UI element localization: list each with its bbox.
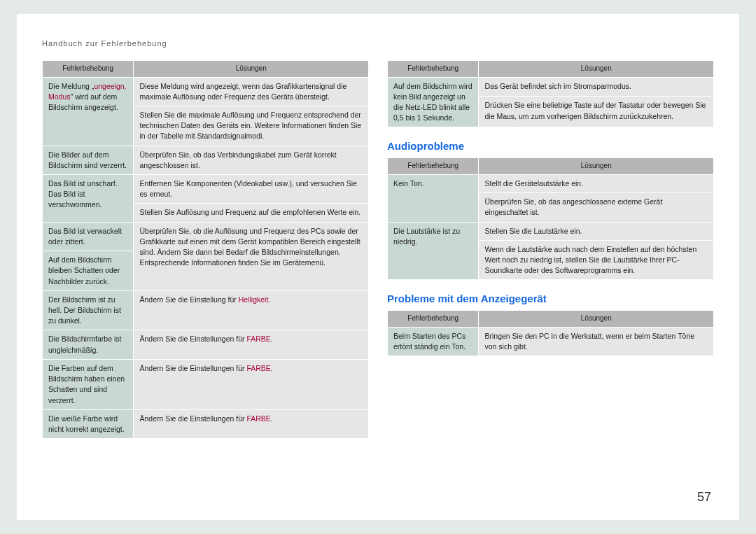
table-cell: Stellen Sie die Lautstärke ein. (479, 222, 714, 240)
display-device-table: Fehlerbehebung Lösungen Beim Starten des… (387, 310, 714, 356)
table-cell: Die Meldung „ungeeign. Modus" wird auf d… (43, 77, 134, 146)
troubleshoot-table-right-top: Fehlerbehebung Lösungen Auf dem Bildschi… (387, 60, 714, 127)
table-cell: Auf dem Bildschirm wird kein Bild angeze… (388, 77, 479, 127)
table-cell: Drücken Sie eine beliebige Taste auf der… (479, 97, 714, 127)
th-solution: Lösungen (479, 158, 714, 175)
table-cell: Entfernen Sie Komponenten (Videokabel us… (134, 175, 369, 204)
columns: Fehlerbehebung Lösungen Die Meldung „ung… (42, 60, 714, 439)
table-cell: Stellen Sie die maximale Auflösung und F… (134, 106, 369, 146)
table-cell: Die Lautstärke ist zu niedrig. (388, 222, 479, 280)
table-cell: Die weiße Farbe wird nicht korrekt angez… (43, 409, 134, 438)
section-heading-audio: Audioprobleme (387, 140, 714, 152)
highlight-text: FARBE (246, 414, 270, 423)
audio-table: Fehlerbehebung Lösungen Kein Ton. Stellt… (387, 157, 714, 280)
troubleshoot-table-left: Fehlerbehebung Lösungen Die Meldung „ung… (42, 60, 369, 439)
table-cell: Auf dem Bildschirm bleiben Schatten oder… (43, 251, 134, 291)
table-cell: Der Bildschirm ist zu hell. Der Bildschi… (43, 290, 134, 330)
th-solution: Lösungen (134, 61, 369, 78)
table-cell: Das Bild ist unscharf. Das Bild ist vers… (43, 175, 134, 223)
th-solution: Lösungen (479, 311, 714, 328)
table-cell: Überprüfen Sie, ob das Verbindungskabel … (134, 146, 369, 174)
highlight-text: FARBE (246, 364, 270, 372)
table-cell: Wenn die Lautstärke auch nach dem Einste… (479, 240, 714, 280)
table-cell: Beim Starten des PCs ertönt ständig ein … (388, 327, 479, 356)
table-cell: Ändern Sie die Einstellungen für FARBE. (134, 359, 369, 409)
header-title: Handbuch zur Fehlerbehebung (42, 39, 714, 48)
table-cell: Die Farben auf dem Bildschirm haben eine… (43, 359, 134, 409)
section-heading-display: Probleme mit dem Anzeigegerät (387, 293, 714, 304)
table-cell: Das Bild ist verwackelt oder zittert. (43, 222, 134, 251)
table-cell: Bringen Sie den PC in die Werkstatt, wen… (479, 327, 714, 356)
table-cell: Das Gerät befindet sich im Stromsparmodu… (479, 77, 714, 97)
highlight-text: FARBE (246, 335, 270, 343)
table-cell: Ändern Sie die Einstellungen für FARBE. (134, 330, 369, 359)
table-cell: Überprüfen Sie, ob die Auflösung und Fre… (134, 222, 369, 290)
table-cell: Die Bildschirmfarbe ist ungleichmäßig. (43, 330, 134, 359)
table-cell: Stellt die Gerätelautstärke ein. (479, 174, 714, 192)
th-solution: Lösungen (479, 61, 714, 78)
table-cell: Überprüfen Sie, ob das angeschlossene ex… (479, 193, 714, 222)
page: Handbuch zur Fehlerbehebung Fehlerbehebu… (17, 14, 739, 520)
table-cell: Ändern Sie die Einstellung für Helligkei… (134, 290, 369, 330)
table-cell: Stellen Sie Auflösung und Frequenz auf d… (134, 204, 369, 222)
left-column: Fehlerbehebung Lösungen Die Meldung „ung… (42, 60, 369, 439)
th-problem: Fehlerbehebung (388, 311, 479, 328)
highlight-text: Helligkeit (239, 295, 269, 304)
page-number: 57 (697, 490, 711, 505)
table-cell: Diese Meldung wird angezeigt, wenn das G… (134, 77, 369, 106)
th-problem: Fehlerbehebung (43, 61, 134, 78)
table-cell: Kein Ton. (388, 174, 479, 222)
right-column: Fehlerbehebung Lösungen Auf dem Bildschi… (387, 60, 714, 439)
th-problem: Fehlerbehebung (388, 158, 479, 175)
table-cell: Die Bilder auf dem Bildschirm sind verze… (43, 146, 134, 174)
th-problem: Fehlerbehebung (388, 61, 479, 78)
table-cell: Ändern Sie die Einstellungen für FARBE. (134, 409, 369, 438)
